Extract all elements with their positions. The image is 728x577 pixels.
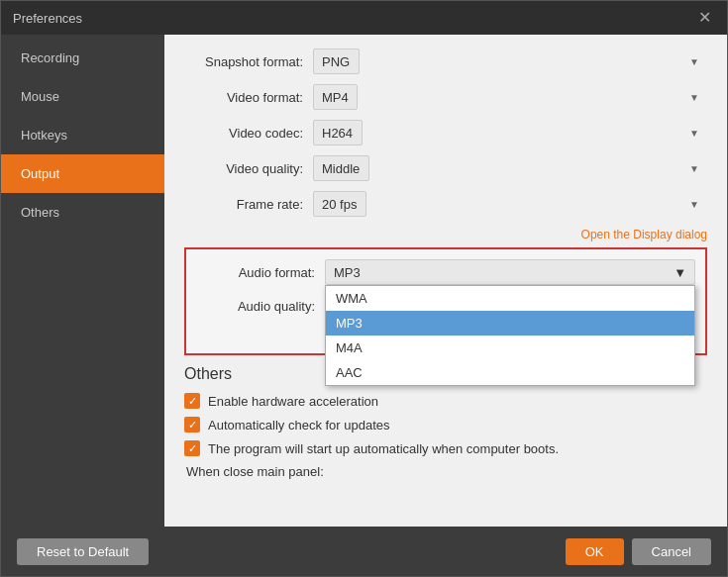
audio-format-display[interactable]: MP3 ▼ <box>325 259 695 285</box>
auto-start-checkbox[interactable]: ✓ <box>184 440 200 456</box>
audio-format-label: Audio format: <box>196 265 325 280</box>
sidebar-item-hotkeys[interactable]: Hotkeys <box>1 116 164 154</box>
reset-to-default-button[interactable]: Reset to Default <box>17 538 149 565</box>
hw-accel-row: ✓ Enable hardware acceleration <box>184 393 707 409</box>
frame-rate-label: Frame rate: <box>184 197 313 212</box>
auto-check-label: Automatically check for updates <box>208 418 390 433</box>
video-format-wrapper: MP4 ▼ <box>313 84 707 110</box>
frame-rate-chevron-icon: ▼ <box>689 199 699 210</box>
title-bar: Preferences ✕ <box>1 1 727 35</box>
frame-rate-row: Frame rate: 20 fps ▼ <box>184 191 707 217</box>
footer-right: OK Cancel <box>566 538 711 565</box>
frame-rate-select[interactable]: 20 fps <box>313 191 366 217</box>
snapshot-format-chevron-icon: ▼ <box>689 56 699 67</box>
dialog-title: Preferences <box>13 11 82 26</box>
snapshot-format-wrapper: PNG ▼ <box>313 48 707 74</box>
audio-format-option-wma[interactable]: WMA <box>326 286 694 311</box>
when-close-label: When close main panel: <box>184 464 707 479</box>
auto-start-row: ✓ The program will start up automaticall… <box>184 440 707 456</box>
audio-format-option-m4a[interactable]: M4A <box>326 336 694 360</box>
audio-settings-box: Audio format: MP3 ▼ WMA MP3 M4A AAC <box>184 247 707 355</box>
sidebar-item-mouse[interactable]: Mouse <box>1 77 164 116</box>
auto-check-checkmark-icon: ✓ <box>188 420 197 431</box>
audio-format-dropdown-list: WMA MP3 M4A AAC <box>325 285 695 386</box>
snapshot-format-row: Snapshot format: PNG ▼ <box>184 48 707 74</box>
video-quality-row: Video quality: Middle ▼ <box>184 155 707 181</box>
audio-format-chevron-icon: ▼ <box>674 265 686 280</box>
sidebar-item-output[interactable]: Output <box>1 154 164 193</box>
snapshot-format-select[interactable]: PNG <box>313 48 360 74</box>
main-content: Snapshot format: PNG ▼ Video format: MP4… <box>164 35 727 527</box>
auto-check-row: ✓ Automatically check for updates <box>184 417 707 433</box>
hw-accel-label: Enable hardware acceleration <box>208 394 378 409</box>
content-area: Recording Mouse Hotkeys Output Others Sn… <box>1 35 727 527</box>
preferences-dialog: Preferences ✕ Recording Mouse Hotkeys Ou… <box>0 0 728 577</box>
video-quality-label: Video quality: <box>184 161 313 176</box>
audio-quality-label: Audio quality: <box>196 299 325 314</box>
video-codec-row: Video codec: H264 ▼ <box>184 120 707 145</box>
video-codec-select[interactable]: H264 <box>313 120 363 145</box>
display-dialog-link-row: Open the Display dialog <box>184 227 707 241</box>
audio-format-option-mp3[interactable]: MP3 <box>326 311 694 336</box>
audio-format-option-aac[interactable]: AAC <box>326 360 694 385</box>
video-format-label: Video format: <box>184 90 313 105</box>
video-format-select[interactable]: MP4 <box>313 84 358 110</box>
hw-accel-checkbox[interactable]: ✓ <box>184 393 200 409</box>
auto-start-label: The program will start up automatically … <box>208 441 559 456</box>
video-format-row: Video format: MP4 ▼ <box>184 84 707 110</box>
sidebar-item-recording[interactable]: Recording <box>1 39 164 77</box>
video-quality-select[interactable]: Middle <box>313 155 369 181</box>
hw-accel-checkmark-icon: ✓ <box>188 396 197 407</box>
sidebar: Recording Mouse Hotkeys Output Others <box>1 35 164 527</box>
video-codec-chevron-icon: ▼ <box>689 128 699 139</box>
audio-format-row: Audio format: MP3 ▼ WMA MP3 M4A AAC <box>196 259 695 285</box>
video-codec-wrapper: H264 ▼ <box>313 120 707 145</box>
cancel-button[interactable]: Cancel <box>632 538 711 565</box>
ok-button[interactable]: OK <box>566 538 624 565</box>
video-quality-wrapper: Middle ▼ <box>313 155 707 181</box>
close-button[interactable]: ✕ <box>694 8 715 28</box>
audio-format-dropdown: MP3 ▼ WMA MP3 M4A AAC <box>325 259 695 285</box>
video-quality-chevron-icon: ▼ <box>689 163 699 174</box>
video-codec-label: Video codec: <box>184 126 313 141</box>
auto-check-checkbox[interactable]: ✓ <box>184 417 200 433</box>
video-format-chevron-icon: ▼ <box>689 92 699 103</box>
auto-start-checkmark-icon: ✓ <box>188 443 197 454</box>
sidebar-item-others[interactable]: Others <box>1 193 164 232</box>
open-display-dialog-link[interactable]: Open the Display dialog <box>581 228 707 241</box>
snapshot-format-label: Snapshot format: <box>184 54 313 69</box>
footer: Reset to Default OK Cancel <box>1 527 727 576</box>
frame-rate-wrapper: 20 fps ▼ <box>313 191 707 217</box>
audio-format-value: MP3 <box>334 265 361 280</box>
